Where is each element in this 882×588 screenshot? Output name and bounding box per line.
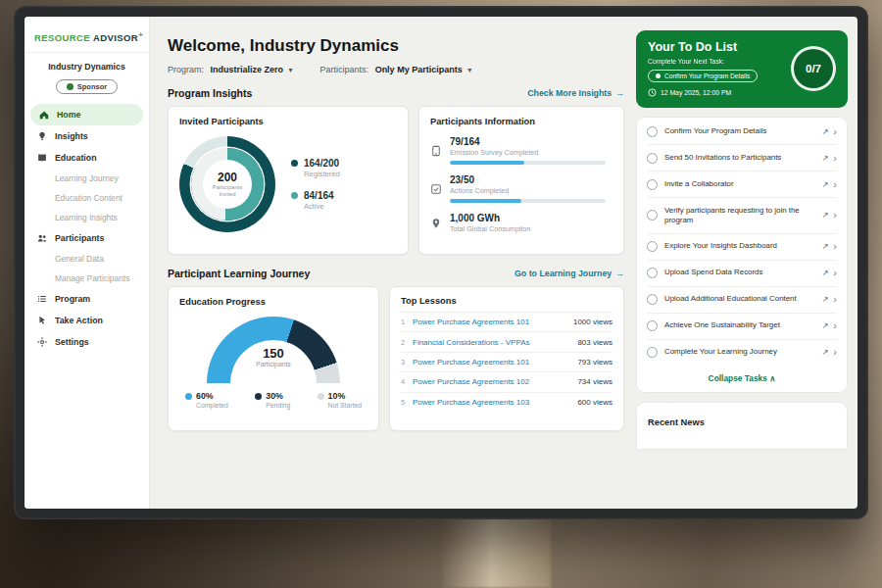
participants-dropdown-value: Only My Participants [375, 65, 463, 74]
sponsor-icon [67, 83, 74, 90]
check-more-insights-link[interactable]: Check More Insights → [527, 88, 624, 98]
sidebar-item-general-data[interactable]: General Data [24, 249, 149, 269]
task-row[interactable]: Confirm Your Program Details ↗ › [647, 119, 837, 145]
link-label: Go to Learning Journey [514, 269, 612, 278]
section-title: Participant Learning Journey [168, 268, 310, 279]
lesson-row: 2 Financial Considerations - VPPAs 803 v… [401, 332, 612, 352]
lesson-link[interactable]: Power Purchase Agreements 103 [413, 398, 577, 407]
sidebar-item-label: Program [55, 294, 90, 304]
next-task-pill[interactable]: Confirm Your Program Details [648, 70, 758, 82]
learning-cards-row: Education Progress 150 Participants [168, 286, 624, 431]
task-checkbox[interactable] [647, 294, 658, 305]
external-link-icon[interactable]: ↗ [822, 127, 829, 136]
insights-cards-row: Invited Participants 200 Participants In… [168, 106, 624, 255]
task-row[interactable]: Achieve One Sustainability Target ↗ › [647, 314, 837, 340]
task-row[interactable]: Upload Additional Educational Content ↗ … [647, 287, 837, 314]
task-checkbox[interactable] [647, 320, 658, 331]
external-link-icon[interactable]: ↗ [822, 211, 829, 220]
chevron-right-icon[interactable]: › [833, 268, 837, 278]
sidebar-item-settings[interactable]: Settings [24, 331, 149, 353]
task-checkbox[interactable] [647, 268, 658, 278]
invited-total: 200 [218, 171, 237, 184]
chevron-right-icon[interactable]: › [833, 294, 837, 305]
lesson-row: 5 Power Purchase Agreements 103 600 view… [401, 393, 612, 412]
collapse-tasks-button[interactable]: Collapse Tasks ∧ [647, 366, 837, 391]
sponsor-badge-wrap: Sponsor [24, 76, 149, 94]
external-link-icon[interactable]: ↗ [822, 321, 829, 330]
external-link-icon[interactable]: ↗ [822, 295, 829, 304]
sidebar-item-education-content[interactable]: Education Content [24, 188, 149, 208]
sidebar-item-take-action[interactable]: Take Action [24, 310, 149, 331]
participants-dropdown[interactable]: Participants: Only My Participants ▾ [320, 65, 472, 74]
chevron-right-icon[interactable]: › [833, 126, 837, 137]
invited-participants-card: Invited Participants 200 Participants In… [168, 106, 409, 255]
sidebar-item-label: Insights [55, 131, 88, 141]
sponsor-badge: Sponsor [56, 79, 118, 94]
task-row[interactable]: Complete Your Learning Journey ↗ › [647, 340, 837, 366]
lesson-link[interactable]: Power Purchase Agreements 101 [413, 318, 573, 326]
todo-task-list: Confirm Your Program Details ↗ › Send 50… [636, 117, 848, 393]
task-row[interactable]: Send 50 Invitations to Participants ↗ › [647, 145, 837, 172]
legend-not-started: 10% Not Started [318, 391, 362, 409]
org-name: Industry Dynamics [24, 62, 149, 72]
sidebar-item-label: Education Content [55, 193, 122, 203]
clock-icon [648, 88, 657, 97]
gauge-label: Participants [207, 361, 340, 368]
task-checkbox[interactable] [647, 210, 658, 220]
task-checkbox[interactable] [647, 153, 658, 164]
dashboard-app: RESOURCEADVISOR+ Industry Dynamics Spons… [24, 17, 858, 509]
task-row[interactable]: Upload Spend Data Records ↗ › [647, 261, 837, 287]
sidebar-item-manage-participants[interactable]: Manage Participants [24, 269, 149, 288]
stat-actions-completed: 23/50 Actions Completed [430, 174, 612, 203]
pointer-icon [36, 315, 48, 326]
task-row[interactable]: Verify participants requesting to join t… [647, 198, 837, 234]
chevron-right-icon[interactable]: › [833, 320, 837, 331]
chevron-right-icon[interactable]: › [833, 210, 837, 220]
sidebar-item-education[interactable]: Education [24, 147, 149, 169]
external-link-icon[interactable]: ↗ [822, 242, 829, 251]
task-row[interactable]: Explore Your Insights Dashboard ↗ › [647, 234, 837, 261]
book-icon [36, 152, 48, 164]
home-icon [38, 109, 50, 121]
stat-label: Total Global Consumption [450, 224, 612, 233]
learning-journey-header: Participant Learning Journey Go to Learn… [168, 268, 624, 279]
chevron-right-icon[interactable]: › [833, 179, 837, 190]
external-link-icon[interactable]: ↗ [822, 348, 829, 357]
monitor-stand [443, 517, 551, 588]
chevron-right-icon[interactable]: › [833, 153, 837, 164]
card-title: Invited Participants [179, 117, 397, 126]
sidebar-item-home[interactable]: Home [30, 104, 143, 125]
sidebar-item-insights[interactable]: Insights [24, 125, 149, 147]
list-icon [36, 293, 48, 305]
task-row[interactable]: Invite a Collaborator ↗ › [647, 172, 837, 198]
external-link-icon[interactable]: ↗ [822, 180, 829, 189]
task-checkbox[interactable] [647, 347, 658, 358]
sidebar-item-label: Education [55, 153, 97, 163]
sidebar-item-learning-journey[interactable]: Learning Journey [24, 169, 149, 188]
external-link-icon[interactable]: ↗ [822, 154, 829, 163]
task-checkbox[interactable] [647, 241, 658, 252]
task-checkbox[interactable] [647, 179, 658, 190]
lesson-link[interactable]: Financial Considerations - VPPAs [413, 338, 577, 347]
collapse-label: Collapse Tasks [709, 373, 767, 383]
sidebar-item-label: Home [57, 110, 80, 120]
sidebar-item-participants[interactable]: Participants [24, 227, 149, 249]
chevron-down-icon: ▾ [467, 66, 471, 74]
task-checkbox[interactable] [647, 126, 658, 137]
lesson-views: 803 views [577, 338, 612, 347]
chevron-right-icon[interactable]: › [833, 347, 837, 358]
stat-global-consumption: 1,000 GWh Total Global Consumption [430, 213, 612, 233]
go-to-learning-journey-link[interactable]: Go to Learning Journey → [514, 269, 624, 278]
task-label: Send 50 Invitations to Participants [664, 153, 822, 163]
sidebar-item-learning-insights[interactable]: Learning Insights [24, 208, 149, 227]
recent-news-card[interactable]: Recent News [636, 402, 848, 450]
chevron-right-icon[interactable]: › [833, 241, 837, 252]
lesson-link[interactable]: Power Purchase Agreements 102 [413, 377, 577, 386]
sidebar-item-program[interactable]: Program [24, 288, 149, 310]
task-label: Upload Spend Data Records [664, 268, 822, 277]
legend-label: Registered [304, 170, 340, 178]
lesson-link[interactable]: Power Purchase Agreements 101 [413, 358, 577, 367]
program-dropdown[interactable]: Program: Industrialize Zero ▾ [168, 65, 293, 74]
chevron-down-icon: ▾ [289, 66, 293, 74]
external-link-icon[interactable]: ↗ [822, 269, 829, 277]
